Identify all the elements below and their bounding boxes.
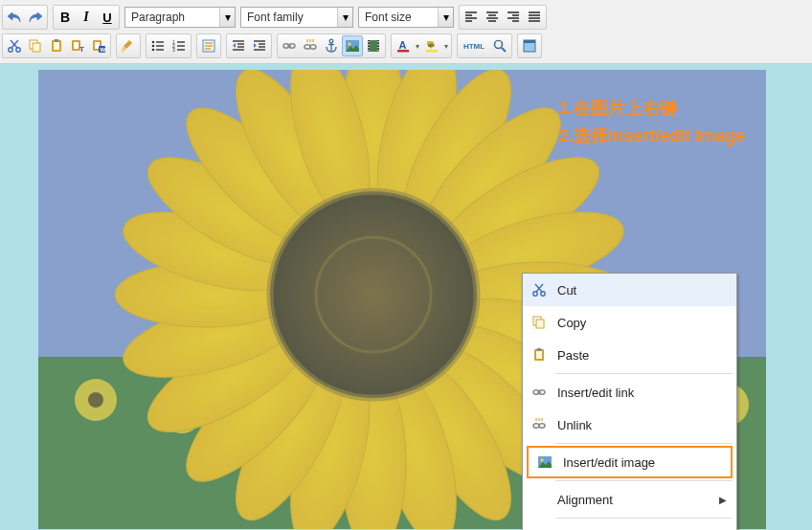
paste-text-button[interactable]: T bbox=[67, 35, 88, 56]
link-icon bbox=[282, 38, 297, 54]
svg-point-131 bbox=[541, 292, 545, 296]
fullscreen-button[interactable] bbox=[519, 35, 540, 56]
text-color-arrow[interactable]: ▾ bbox=[414, 42, 421, 51]
link-button[interactable] bbox=[279, 35, 300, 56]
broom-icon bbox=[121, 38, 136, 54]
format-clear-group bbox=[116, 33, 141, 58]
divider bbox=[555, 480, 733, 481]
media-button[interactable] bbox=[363, 35, 384, 56]
cut-button[interactable] bbox=[4, 35, 25, 56]
divider bbox=[555, 373, 733, 374]
svg-point-148 bbox=[540, 458, 544, 462]
font-family-label: Font family bbox=[241, 11, 309, 24]
context-insert-link[interactable]: Insert/edit link bbox=[523, 376, 736, 409]
context-paste-label: Paste bbox=[557, 348, 727, 363]
number-list-button[interactable]: 123 bbox=[169, 35, 190, 56]
html-icon: HTML bbox=[463, 42, 485, 51]
svg-rect-76 bbox=[377, 41, 378, 42]
indent-group bbox=[226, 33, 272, 58]
context-menu: Cut Copy Paste Insert/edit link Unlink bbox=[522, 273, 737, 530]
unlink-icon bbox=[529, 414, 550, 435]
font-family-dropdown[interactable]: Font family ▾ bbox=[240, 7, 353, 28]
svg-point-64 bbox=[329, 39, 333, 43]
fullscreen-group bbox=[517, 33, 542, 58]
color-group: A ▾ ab ▾ bbox=[391, 33, 452, 58]
divider bbox=[555, 443, 733, 444]
bg-color-arrow[interactable]: ▾ bbox=[442, 42, 450, 51]
svg-rect-137 bbox=[536, 351, 542, 359]
svg-point-59 bbox=[304, 45, 310, 49]
align-right-button[interactable] bbox=[503, 7, 524, 28]
redo-button[interactable] bbox=[25, 7, 46, 28]
svg-rect-81 bbox=[397, 50, 409, 53]
text-color-button[interactable]: A bbox=[393, 35, 414, 56]
scissors-icon bbox=[529, 279, 550, 300]
paragraph-dropdown[interactable]: Paragraph ▾ bbox=[124, 7, 236, 28]
paste-word-button[interactable]: W bbox=[88, 35, 109, 56]
context-alignment[interactable]: Alignment ▶ bbox=[523, 483, 736, 516]
bg-color-button[interactable]: ab bbox=[421, 35, 442, 56]
svg-rect-24 bbox=[55, 39, 59, 42]
context-insert-image[interactable]: Insert/edit image bbox=[529, 448, 731, 476]
annotation-line2: 2.选择Insert/edit image bbox=[559, 122, 745, 150]
bullet-list-button[interactable] bbox=[147, 35, 169, 56]
chevron-right-icon: ▶ bbox=[719, 495, 727, 505]
html-button[interactable]: HTML bbox=[459, 35, 489, 56]
anchor-button[interactable] bbox=[321, 35, 342, 56]
italic-button[interactable]: I bbox=[76, 7, 97, 28]
undo-redo-group bbox=[2, 5, 48, 30]
svg-rect-72 bbox=[368, 41, 369, 42]
svg-point-142 bbox=[533, 424, 539, 428]
quote-group bbox=[196, 33, 221, 58]
svg-rect-21 bbox=[33, 43, 40, 52]
preview-button[interactable] bbox=[489, 35, 510, 56]
anchor-icon bbox=[324, 38, 339, 54]
content-area[interactable]: 1.在图片上右键 2.选择Insert/edit image Cut Copy … bbox=[0, 64, 812, 530]
align-justify-button[interactable] bbox=[524, 7, 545, 28]
copy-button[interactable] bbox=[25, 35, 46, 56]
unlink-button[interactable] bbox=[300, 35, 321, 56]
context-paste[interactable]: Paste bbox=[523, 339, 736, 371]
source-group: HTML bbox=[457, 33, 512, 58]
svg-line-18 bbox=[11, 40, 18, 48]
svg-rect-73 bbox=[368, 44, 369, 45]
scissors-icon bbox=[7, 38, 22, 54]
svg-text:T: T bbox=[79, 45, 84, 54]
context-copy[interactable]: Copy bbox=[523, 306, 736, 339]
svg-point-60 bbox=[310, 45, 316, 49]
paste-icon bbox=[529, 344, 550, 365]
toolbar-row-2: T W 123 bbox=[2, 32, 810, 60]
bold-button[interactable]: B bbox=[55, 7, 76, 28]
context-insert-image-highlight: Insert/edit image bbox=[527, 446, 733, 478]
svg-rect-23 bbox=[54, 42, 59, 50]
align-left-button[interactable] bbox=[461, 7, 482, 28]
undo-button[interactable] bbox=[4, 7, 25, 28]
unlink-icon bbox=[303, 38, 318, 54]
underline-button[interactable]: U bbox=[97, 7, 118, 28]
svg-text:W: W bbox=[101, 47, 106, 53]
context-insert-table[interactable]: Inserts a new table bbox=[523, 520, 736, 530]
outdent-button[interactable] bbox=[228, 35, 249, 56]
context-cut[interactable]: Cut bbox=[523, 274, 736, 306]
remove-format-button[interactable] bbox=[118, 35, 139, 56]
svg-line-133 bbox=[535, 284, 542, 292]
svg-rect-86 bbox=[496, 41, 501, 46]
context-unlink[interactable]: Unlink bbox=[523, 409, 736, 441]
svg-point-16 bbox=[9, 48, 12, 52]
link-group bbox=[277, 33, 386, 58]
svg-rect-78 bbox=[377, 47, 378, 48]
font-size-dropdown[interactable]: Font size ▾ bbox=[358, 7, 454, 28]
chevron-down-icon: ▾ bbox=[219, 8, 235, 27]
svg-text:3: 3 bbox=[172, 47, 175, 53]
svg-line-19 bbox=[11, 40, 17, 48]
paste-button[interactable] bbox=[46, 35, 67, 56]
svg-rect-83 bbox=[426, 50, 438, 53]
svg-point-17 bbox=[16, 48, 20, 52]
align-center-button[interactable] bbox=[482, 7, 503, 28]
toolbar-row-1: B I U Paragraph ▾ Font family ▾ Font siz… bbox=[2, 3, 810, 32]
context-copy-label: Copy bbox=[557, 316, 727, 330]
indent-button[interactable] bbox=[249, 35, 270, 56]
image-button[interactable] bbox=[342, 35, 363, 56]
table-icon bbox=[529, 526, 550, 530]
blockquote-button[interactable] bbox=[198, 35, 219, 56]
